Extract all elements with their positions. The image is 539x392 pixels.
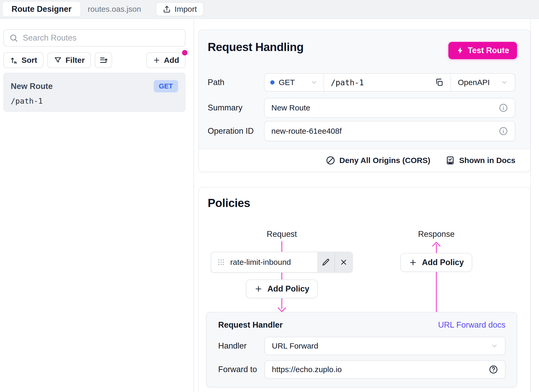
summary-input[interactable]: New Route — [264, 98, 515, 118]
remove-policy-button[interactable] — [334, 252, 352, 272]
request-handling-title: Request Handling — [208, 41, 304, 54]
policies-title: Policies — [208, 197, 250, 210]
policies-card: Policies Request Response rate-limit-inb… — [198, 187, 531, 392]
edit-policy-button[interactable] — [317, 252, 334, 272]
request-handling-footer: Deny All Origins (CORS) Shown in Docs — [199, 149, 530, 172]
spec-mode-value: OpenAPI — [458, 78, 490, 87]
operation-id-row: Operation ID new-route-61ee408f — [208, 121, 515, 141]
search-input[interactable] — [22, 33, 180, 43]
chevron-down-icon — [501, 79, 508, 86]
reorder-routes-button[interactable] — [95, 52, 112, 68]
filter-button[interactable]: Filter — [47, 52, 91, 68]
forward-to-label: Forward to — [218, 365, 265, 374]
top-bar: Route Designer routes.oas.json Import — [0, 0, 539, 19]
request-handler-panel: Request Handler URL Forward docs Handler… — [206, 312, 517, 387]
test-route-button[interactable]: Test Route — [448, 42, 517, 59]
info-icon[interactable] — [499, 126, 508, 136]
routes-toolbar: Sort Filter — [3, 52, 185, 68]
path-row: Path GET /path-1 OpenAPI — [208, 73, 515, 92]
filter-button-label: Filter — [65, 56, 85, 65]
add-route-button[interactable]: Add — [146, 52, 185, 68]
method-get-dot — [270, 80, 274, 85]
handler-row: Handler URL Forward — [218, 337, 505, 355]
operation-id-input-value: new-route-61ee408f — [271, 127, 342, 136]
route-search — [3, 29, 185, 47]
operation-id-label: Operation ID — [208, 126, 264, 136]
request-pipeline-label: Request — [267, 229, 297, 239]
sidebar-divider — [194, 18, 194, 392]
path-control: GET /path-1 OpenAPI — [264, 73, 515, 92]
response-pipeline-label: Response — [418, 229, 455, 239]
cors-toggle-label: Deny All Origins (CORS) — [339, 156, 430, 165]
forward-to-input-value: https://echo.zuplo.io — [272, 365, 342, 374]
plus-icon — [254, 285, 263, 293]
shown-in-docs-toggle[interactable]: Shown in Docs — [446, 156, 515, 165]
handler-select[interactable]: URL Forward — [265, 337, 505, 355]
method-select[interactable]: GET — [265, 74, 324, 91]
request-flow-arrowhead — [278, 304, 286, 312]
method-select-value: GET — [279, 78, 295, 87]
policy-name: rate-limit-inbound — [230, 252, 317, 272]
cors-toggle[interactable]: Deny All Origins (CORS) — [326, 156, 430, 165]
summary-label: Summary — [208, 103, 264, 113]
ban-circle-icon — [326, 156, 335, 165]
import-button-label: Import — [175, 5, 197, 14]
summary-input-value: New Route — [271, 103, 310, 112]
summary-row: Summary New Route — [208, 98, 515, 118]
route-name: New Route — [11, 82, 53, 91]
info-icon[interactable] — [499, 103, 508, 113]
request-handler-title: Request Handler — [218, 320, 283, 330]
operation-id-input[interactable]: new-route-61ee408f — [264, 121, 515, 141]
copy-path-button[interactable] — [435, 78, 444, 87]
handler-select-value: URL Forward — [272, 341, 318, 350]
chevron-down-icon — [310, 79, 318, 86]
path-label: Path — [208, 78, 264, 87]
path-input[interactable]: /path-1 — [324, 74, 451, 91]
search-icon — [9, 33, 18, 42]
path-input-value: /path-1 — [331, 78, 364, 87]
add-route-button-label: Add — [164, 56, 179, 65]
add-request-policy-label: Add Policy — [267, 284, 309, 294]
list-move-up-icon — [99, 56, 108, 65]
unsaved-changes-dot — [182, 50, 188, 55]
forward-to-row: Forward to https://echo.zuplo.io — [218, 360, 505, 379]
url-forward-docs-link[interactable]: URL Forward docs — [438, 320, 505, 330]
policy-actions — [317, 252, 352, 272]
filter-icon — [54, 56, 62, 64]
tab-route-designer-label: Route Designer — [12, 4, 72, 14]
add-request-policy-button[interactable]: Add Policy — [246, 279, 318, 298]
add-response-policy-button[interactable]: Add Policy — [400, 253, 472, 272]
doc-check-icon — [446, 156, 455, 165]
drag-handle-icon[interactable] — [211, 252, 230, 272]
route-path: /path-1 — [11, 97, 178, 105]
response-flow-line — [436, 272, 437, 312]
add-route-wrap: Add — [146, 52, 185, 68]
policy-pill-rate-limit: rate-limit-inbound — [211, 252, 353, 273]
sort-icon — [10, 56, 18, 64]
route-list-item[interactable]: New Route GET /path-1 — [3, 73, 185, 112]
forward-to-input[interactable]: https://echo.zuplo.io — [265, 360, 505, 379]
open-file-name: routes.oas.json — [88, 5, 141, 14]
test-route-button-label: Test Route — [468, 46, 509, 55]
import-button[interactable]: Import — [156, 2, 204, 16]
plus-icon — [409, 258, 417, 267]
sort-button-label: Sort — [21, 56, 37, 65]
handler-label: Handler — [218, 341, 265, 351]
route-method-badge: GET — [154, 80, 178, 92]
response-flow-line — [436, 244, 437, 253]
lightning-icon — [456, 47, 464, 54]
plus-icon — [153, 56, 161, 64]
request-flow-line — [282, 241, 282, 252]
routes-sidebar: Sort Filter — [0, 18, 194, 392]
spec-mode-select[interactable]: OpenAPI — [451, 74, 515, 91]
request-flow-line — [282, 273, 282, 279]
request-handling-card: Request Handling Test Route Path GET /pa… — [198, 30, 531, 172]
help-circle-icon[interactable] — [489, 365, 498, 374]
chevron-down-icon — [491, 342, 498, 350]
add-response-policy-label: Add Policy — [422, 258, 464, 267]
shown-in-docs-label: Shown in Docs — [459, 156, 515, 165]
tab-route-designer[interactable]: Route Designer — [3, 2, 80, 16]
sort-button[interactable]: Sort — [3, 52, 43, 68]
upload-icon — [163, 5, 171, 13]
